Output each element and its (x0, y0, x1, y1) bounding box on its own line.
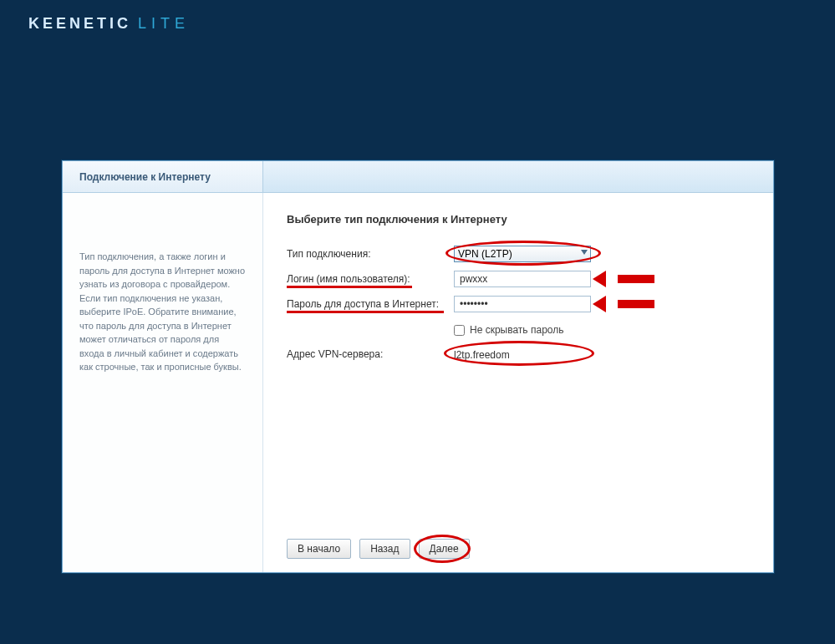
start-button[interactable]: В начало (287, 539, 351, 559)
tab-label: Подключение к Интернету (79, 171, 211, 183)
connection-type-select-wrap: VPN (L2TP) (454, 246, 591, 262)
annotation-arrow-password (604, 296, 654, 312)
page-title: Выберите тип подключения к Интернету (287, 213, 750, 226)
help-sidebar: Тип подключения, а также логин и пароль … (63, 193, 263, 572)
row-connection-type: Тип подключения: VPN (L2TP) (287, 246, 750, 262)
label-password-text: Пароль для доступа в Интернет: (287, 298, 439, 310)
password-input[interactable] (454, 296, 591, 312)
login-input[interactable] (454, 271, 591, 287)
label-login: Логин (имя пользователя): (287, 273, 454, 285)
next-button-wrap: Далее (419, 539, 470, 559)
label-login-text: Логин (имя пользователя): (287, 273, 410, 285)
row-password: Пароль для доступа в Интернет: (287, 296, 750, 312)
vpn-server-value: l2tp.freedom (454, 349, 510, 361)
main-content: Выберите тип подключения к Интернету Тип… (263, 193, 773, 572)
panel-body: Тип подключения, а также логин и пароль … (63, 193, 773, 572)
vpn-server-value-wrap: l2tp.freedom (454, 347, 591, 361)
panel-header: Подключение к Интернету (63, 161, 773, 193)
show-password-checkbox[interactable] (454, 325, 465, 336)
help-text: Тип подключения, а также логин и пароль … (79, 250, 246, 374)
show-password-label: Не скрывать пароль (470, 324, 563, 336)
next-button[interactable]: Далее (419, 539, 470, 559)
annotation-underline-login (287, 286, 412, 288)
connection-type-select[interactable]: VPN (L2TP) (454, 246, 591, 262)
label-vpn-server: Адрес VPN-сервера: (287, 348, 454, 360)
annotation-arrow-login (604, 271, 654, 287)
annotation-underline-password (287, 311, 444, 313)
label-connection-type: Тип подключения: (287, 248, 454, 260)
wizard-panel: Подключение к Интернету Тип подключения,… (62, 160, 774, 573)
wizard-footer: В начало Назад Далее (287, 530, 750, 559)
row-show-password: Не скрывать пароль (454, 324, 750, 336)
row-login: Логин (имя пользователя): (287, 271, 750, 287)
back-button[interactable]: Назад (359, 539, 410, 559)
tab-connection[interactable]: Подключение к Интернету (63, 161, 263, 192)
label-password: Пароль для доступа в Интернет: (287, 298, 454, 310)
brand-name: KEENETIC (28, 15, 131, 32)
brand-logo: KEENETICLITE (28, 15, 190, 33)
brand-variant: LITE (138, 15, 190, 32)
row-vpn-server: Адрес VPN-сервера: l2tp.freedom (287, 347, 750, 361)
